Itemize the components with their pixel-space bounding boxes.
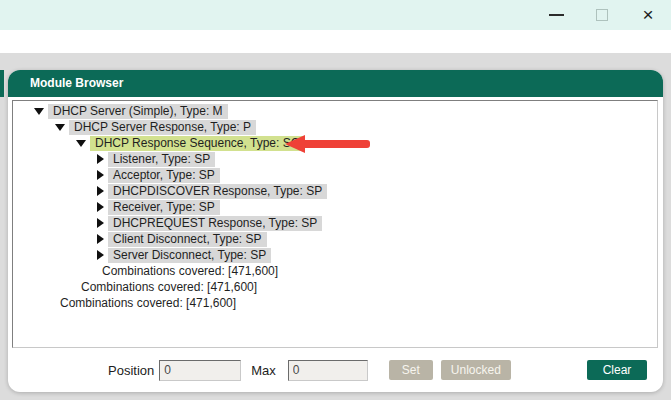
tree-row: DHCP Server (Simple), Type: M — [13, 103, 657, 119]
red-arrow-head-icon — [285, 135, 305, 153]
tree-item-label[interactable]: Listener, Type: SP — [108, 152, 215, 167]
background-window-edge — [0, 70, 4, 97]
tree-row: Combinations covered: [471,600] — [13, 279, 657, 295]
expand-triangle-icon[interactable] — [97, 250, 104, 260]
window-titlebar: × — [0, 0, 671, 30]
set-button[interactable]: Set — [389, 360, 433, 380]
expand-triangle-icon[interactable] — [97, 154, 104, 164]
tree-status-text: Combinations covered: [471,600] — [81, 280, 257, 295]
tree-row: Combinations covered: [471,600] — [13, 295, 657, 311]
maximize-icon[interactable] — [596, 9, 608, 21]
tree-status-text: Combinations covered: [471,600] — [102, 264, 278, 279]
tree-status-text: Combinations covered: [471,600] — [60, 296, 236, 311]
tree-item-label[interactable]: Server Disconnect, Type: SP — [108, 248, 271, 263]
expand-triangle-icon[interactable] — [97, 234, 104, 244]
tree-row: Listener, Type: SP — [13, 151, 657, 167]
minimize-icon[interactable] — [549, 14, 564, 16]
tree-item-label[interactable]: Client Disconnect, Type: SP — [108, 232, 267, 247]
window-content-strip — [0, 30, 671, 53]
clear-button[interactable]: Clear — [587, 360, 647, 380]
footer-controls: Position Max Set Unlocked Clear — [8, 348, 663, 392]
tree-row: DHCP Server Response, Type: P — [13, 119, 657, 135]
panel-title: Module Browser — [30, 76, 123, 90]
tree-item-label[interactable]: Receiver, Type: SP — [108, 200, 220, 215]
expand-triangle-icon[interactable] — [97, 218, 104, 228]
max-label: Max — [251, 363, 276, 378]
expand-triangle-icon[interactable] — [97, 186, 104, 196]
position-label: Position — [108, 363, 154, 378]
tree-row: Server Disconnect, Type: SP — [13, 247, 657, 263]
module-tree: DHCP Server (Simple), Type: MDHCP Server… — [12, 100, 658, 348]
tree-row: DHCPDISCOVER Response, Type: SP — [13, 183, 657, 199]
collapse-triangle-icon[interactable] — [76, 140, 86, 147]
red-arrow-annotation — [285, 135, 370, 153]
expand-triangle-icon[interactable] — [97, 170, 104, 180]
position-input[interactable] — [159, 360, 241, 381]
tree-item-label[interactable]: DHCP Server Response, Type: P — [69, 120, 256, 135]
unlocked-button[interactable]: Unlocked — [441, 360, 511, 380]
close-icon[interactable]: × — [638, 2, 658, 28]
red-arrow-shaft — [303, 140, 370, 148]
tree-item-label[interactable]: DHCP Response Sequence, Type: SC — [90, 136, 304, 151]
collapse-triangle-icon[interactable] — [34, 108, 44, 115]
tree-row: DHCPREQUEST Response, Type: SP — [13, 215, 657, 231]
tree-row: Receiver, Type: SP — [13, 199, 657, 215]
tree-item-label[interactable]: DHCP Server (Simple), Type: M — [48, 104, 228, 119]
tree-item-label[interactable]: Acceptor, Type: SP — [108, 168, 220, 183]
expand-triangle-icon[interactable] — [97, 202, 104, 212]
panel-header: Module Browser — [8, 70, 663, 97]
module-browser-panel: Module Browser DHCP Server (Simple), Typ… — [8, 70, 663, 392]
tree-row: Combinations covered: [471,600] — [13, 263, 657, 279]
max-input[interactable] — [288, 360, 368, 381]
collapse-triangle-icon[interactable] — [55, 124, 65, 131]
tree-item-label[interactable]: DHCPREQUEST Response, Type: SP — [108, 216, 322, 231]
tree-row: Client Disconnect, Type: SP — [13, 231, 657, 247]
tree-item-label[interactable]: DHCPDISCOVER Response, Type: SP — [108, 184, 327, 199]
tree-row: Acceptor, Type: SP — [13, 167, 657, 183]
